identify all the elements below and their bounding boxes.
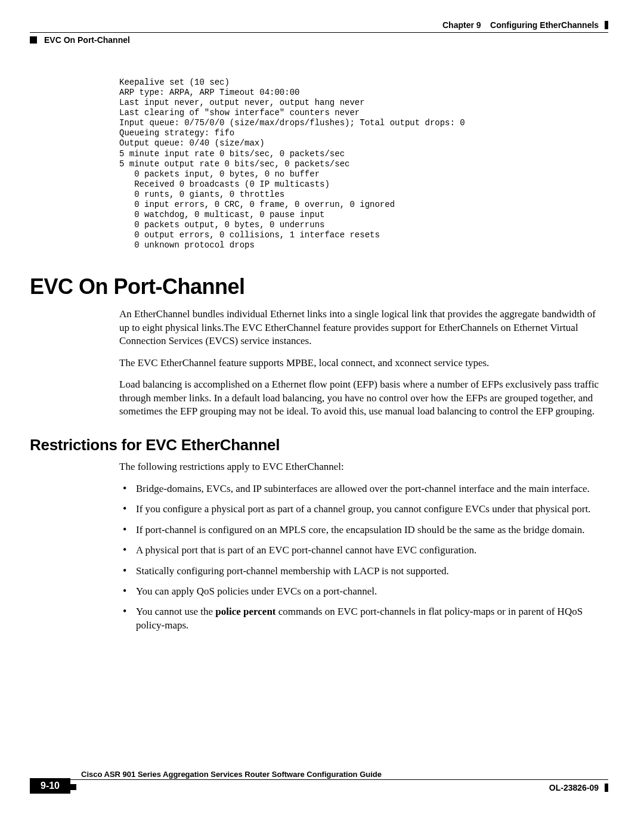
footer-guide-title: Cisco ASR 901 Series Aggregation Service…: [81, 770, 382, 779]
header-chapter-title: Configuring EtherChannels: [490, 20, 599, 30]
header-section-ref-text: EVC On Port-Channel: [44, 35, 130, 45]
list-item-text-pre: You cannot use the: [136, 606, 215, 617]
terminal-output: Keepalive set (10 sec) ARP type: ARPA, A…: [119, 78, 608, 250]
footer-ornament-icon: [605, 784, 608, 792]
footer-doc-id: OL-23826-09: [549, 783, 608, 792]
section-paragraph-3: Load balancing is accomplished on a Ethe…: [119, 378, 608, 418]
list-item: If port-channel is configured on an MPLS…: [119, 524, 608, 537]
list-item: Statically configuring port-channel memb…: [119, 565, 608, 578]
subsection-intro: The following restrictions apply to EVC …: [119, 460, 608, 473]
list-item: You cannot use the police percent comman…: [119, 605, 608, 632]
page-footer: Cisco ASR 901 Series Aggregation Service…: [30, 779, 614, 809]
section-heading: EVC On Port-Channel: [30, 274, 608, 299]
square-bullet-icon: [30, 36, 37, 44]
page: Chapter 9 Configuring EtherChannels EVC …: [0, 0, 644, 833]
header-section-ref: EVC On Port-Channel: [30, 35, 130, 45]
subsection-heading: Restrictions for EVC EtherChannel: [30, 436, 608, 454]
header-rule: [30, 32, 608, 33]
page-number-box: 9-10: [30, 778, 70, 794]
footer-doc-id-text: OL-23826-09: [549, 783, 599, 792]
list-item: If you configure a physical port as part…: [119, 503, 608, 516]
page-number: 9-10: [41, 781, 60, 791]
page-number-ornament-icon: [70, 784, 76, 790]
list-item: You can apply QoS policies under EVCs on…: [119, 585, 608, 598]
running-header: Chapter 9 Configuring EtherChannels EVC …: [30, 20, 614, 48]
list-item-bold-term: police percent: [215, 606, 275, 617]
header-chapter-label: Chapter 9: [442, 20, 481, 30]
footer-rule: [70, 779, 608, 780]
header-chapter: Chapter 9 Configuring EtherChannels: [442, 20, 608, 30]
restrictions-list: Bridge-domains, EVCs, and IP subinterfac…: [119, 482, 608, 633]
header-ornament-icon: [605, 21, 608, 29]
content-column: Keepalive set (10 sec) ARP type: ARPA, A…: [119, 78, 608, 632]
section-paragraph-2: The EVC EtherChannel feature supports MP…: [119, 357, 608, 370]
list-item: Bridge-domains, EVCs, and IP subinterfac…: [119, 482, 608, 496]
list-item: A physical port that is part of an EVC p…: [119, 544, 608, 557]
section-paragraph-1: An EtherChannel bundles individual Ether…: [119, 308, 608, 348]
